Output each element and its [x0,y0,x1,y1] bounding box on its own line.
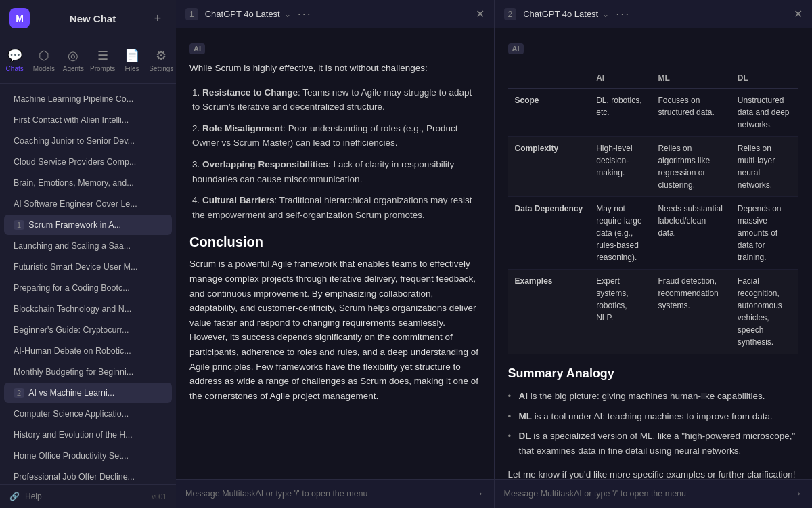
new-chat-button[interactable]: + [149,9,166,27]
challenge-item: 4. Cultural Barriers: Traditional hierar… [189,193,480,222]
sidebar-bottom: 🔗 Help v001 [0,484,176,508]
col-header-ai: AI [589,68,651,89]
chat-list-item[interactable]: 2AI vs Machine Learni... [4,383,172,403]
panel-2-message-input[interactable] [504,489,787,499]
chat-list-item[interactable]: Professional Job Offer Decline... [4,467,172,484]
row-ml: Needs substantial labeled/clean data. [651,197,730,270]
chat-item-label: History and Evolution of the H... [14,430,133,440]
row-category: Complexity [508,137,590,197]
version-label: v001 [152,493,166,501]
chat-panel-2: 2 ChatGPT 4o Latest ⌄ ··· ✕ AI AI ML DL [495,0,813,508]
bullet-item: ML is a tool under AI: teaching machines… [508,409,799,424]
chat-item-label: Monthly Budgeting for Beginni... [14,367,133,377]
chat-item-label: Beginner's Guide: Cryptocurr... [14,325,129,335]
chat-list-item[interactable]: Blockchain Technology and N... [4,299,172,319]
panel-2-input-area: → [495,479,813,508]
nav-item-agents[interactable]: ◎ Agents [59,43,88,78]
prompts-icon: ☰ [97,48,108,63]
panel-2-ai-label: AI [508,43,524,54]
panel-1-input-area: → [176,479,494,508]
chat-list-item[interactable]: AI-Human Debate on Robotic... [4,341,172,361]
chat-list-item[interactable]: Preparing for a Coding Bootc... [4,278,172,298]
panel-2-header: 2 ChatGPT 4o Latest ⌄ ··· ✕ [495,0,813,28]
models-icon: ⬡ [39,48,49,63]
sidebar-title: New Chat [70,13,116,24]
panel-2-chevron-icon: ⌄ [602,9,609,19]
nav-prompts-label: Prompts [90,65,115,72]
chat-list-item[interactable]: Futuristic Smart Device User M... [4,257,172,277]
challenge-item: 2. Role Misalignment: Poor understanding… [189,121,480,150]
row-ml: Fraud detection, recommendation systems. [651,270,730,354]
nav-files-label: Files [125,65,139,72]
chat-list-item[interactable]: History and Evolution of the H... [4,425,172,445]
row-dl: Depends on massive amounts of data for t… [731,197,798,270]
row-ai: May not require large data (e.g., rules-… [589,197,651,270]
panel-1-message-input[interactable] [185,489,468,499]
chat-list-item[interactable]: Computer Science Applicatio... [4,404,172,424]
panel-1-challenges-list: 1. Resistance to Change: Teams new to Ag… [189,85,480,223]
panel-1-header: 1 ChatGPT 4o Latest ⌄ ··· ✕ [176,0,494,28]
app-logo: M [9,8,30,28]
row-category: Data Dependency [508,197,590,270]
col-header-ml: ML [651,68,730,89]
panel-1-content: AI While Scrum is highly effective, it i… [176,28,494,479]
panel-1-send-button[interactable]: → [474,488,484,500]
chat-list-item[interactable]: Beginner's Guide: Cryptocurr... [4,320,172,340]
row-category: Scope [508,89,590,137]
row-dl: Relies on multi-layer neural networks. [731,137,798,197]
nav-item-files[interactable]: 📄 Files [117,43,146,78]
chat-item-label: Cloud Service Providers Comp... [14,157,136,167]
col-header-category [508,68,590,89]
row-dl: Unstructured data and deep networks. [731,89,798,137]
row-ai: Expert systems, robotics, NLP. [589,270,651,354]
nav-agents-label: Agents [63,65,84,72]
panel-1-number: 1 [185,8,198,20]
help-label[interactable]: Help [25,492,42,501]
nav-item-settings[interactable]: ⚙ Settings [147,43,176,78]
table-row: Scope DL, robotics, etc. Focuses on stru… [508,89,799,137]
chat-item-label: Machine Learning Pipeline Co... [14,94,133,104]
nav-item-chats[interactable]: 💬 Chats [0,43,29,78]
chat-item-label: Brain, Emotions, Memory, and... [14,178,134,188]
panel-2-close-icon[interactable]: ✕ [794,7,803,20]
chat-list-item[interactable]: Cloud Service Providers Comp... [4,152,172,172]
chat-list-item[interactable]: Monthly Budgeting for Beginni... [4,362,172,382]
panel-2-model-selector[interactable]: ChatGPT 4o Latest ⌄ [523,9,609,19]
panel-1-options-icon[interactable]: ··· [298,7,312,21]
panel-1-close-icon[interactable]: ✕ [476,7,484,20]
chat-list-item[interactable]: Launching and Scaling a Saa... [4,236,172,256]
panel-1-chevron-icon: ⌄ [284,9,291,19]
panel-1-model-selector[interactable]: ChatGPT 4o Latest ⌄ [205,9,291,19]
nav-item-prompts[interactable]: ☰ Prompts [88,43,117,78]
chat-list-item[interactable]: Coaching Junior to Senior Dev... [4,131,172,151]
table-header-row: AI ML DL [508,68,799,89]
chat-list: Machine Learning Pipeline Co...First Con… [0,84,176,484]
table-row: Data Dependency May not require large da… [508,197,799,270]
panel-2-options-icon[interactable]: ··· [616,7,630,21]
main-area: 1 ChatGPT 4o Latest ⌄ ··· ✕ AI While Scr… [176,0,812,508]
closing-text: Let me know if you'd like more specific … [508,467,799,479]
nav-models-label: Models [33,65,55,72]
chat-item-label: AI vs Machine Learni... [28,388,114,398]
chat-item-label: Blockchain Technology and N... [14,304,131,314]
chat-item-label: Scrum Framework in A... [28,220,121,230]
agents-icon: ◎ [68,48,78,63]
chat-list-item[interactable]: AI Software Engineer Cover Le... [4,194,172,214]
chat-list-item[interactable]: 1Scrum Framework in A... [4,215,172,235]
chat-list-item[interactable]: Home Office Productivity Set... [4,446,172,466]
challenge-item: 3. Overlapping Responsibilities: Lack of… [189,157,480,186]
chat-list-item[interactable]: Machine Learning Pipeline Co... [4,89,172,109]
col-header-dl: DL [731,68,798,89]
chat-item-label: Computer Science Applicatio... [14,409,129,419]
row-ml: Relies on algorithms like regression or … [651,137,730,197]
panel-2-content: AI AI ML DL Scope DL, robotics, etc. Foc… [495,28,813,479]
chat-list-item[interactable]: Brain, Emotions, Memory, and... [4,173,172,193]
challenge-item: 1. Resistance to Change: Teams new to Ag… [189,85,480,114]
table-row: Complexity High-level decision-making. R… [508,137,799,197]
panel-2-send-button[interactable]: → [792,488,803,500]
help-icon: 🔗 [9,492,20,501]
chat-list-item[interactable]: First Contact with Alien Intelli... [4,110,172,130]
row-category: Examples [508,270,590,354]
panel-1-ai-label: AI [189,43,205,54]
nav-item-models[interactable]: ⬡ Models [29,43,58,78]
